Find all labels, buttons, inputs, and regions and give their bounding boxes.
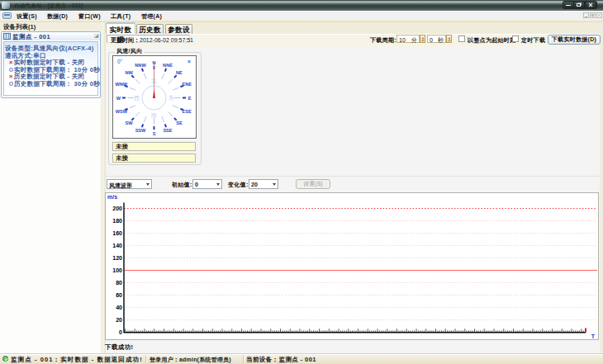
svg-text:140: 140 [112,243,122,248]
svg-text:×: × [188,59,191,64]
svg-text:T: T [591,333,596,338]
svg-text:180: 180 [112,218,122,224]
svg-text:20: 20 [116,317,122,323]
svg-text:ESE: ESE [183,109,192,114]
svg-text:ENE: ENE [182,82,192,87]
svg-text:SE: SE [176,121,183,125]
svg-text:0°: 0° [117,59,123,64]
svg-text:100: 100 [112,267,122,273]
svg-text:200: 200 [112,206,122,211]
svg-text:SSE: SSE [163,128,172,133]
svg-text:WNW: WNW [115,82,127,87]
svg-text:西: 西 [134,95,140,102]
svg-text:NE: NE [176,70,183,75]
svg-text:南: 南 [151,112,157,118]
svg-text:SW: SW [126,121,134,125]
svg-text:东: 东 [169,95,174,101]
svg-text:SSW: SSW [135,128,146,133]
svg-text:NNW: NNW [135,63,146,68]
svg-text:WSW: WSW [116,109,128,114]
svg-text:NW: NW [125,70,133,75]
svg-text:120: 120 [112,255,122,261]
svg-text:W: W [116,96,121,101]
svg-text:160: 160 [112,230,122,236]
svg-text:60: 60 [116,292,122,298]
svg-text:NNE: NNE [163,63,173,68]
svg-text:m/s: m/s [107,194,117,200]
svg-text:S: S [153,131,156,136]
svg-text:E: E [188,96,192,101]
svg-text:40: 40 [116,305,122,310]
svg-text:80: 80 [116,280,122,286]
svg-text:0: 0 [119,329,122,335]
